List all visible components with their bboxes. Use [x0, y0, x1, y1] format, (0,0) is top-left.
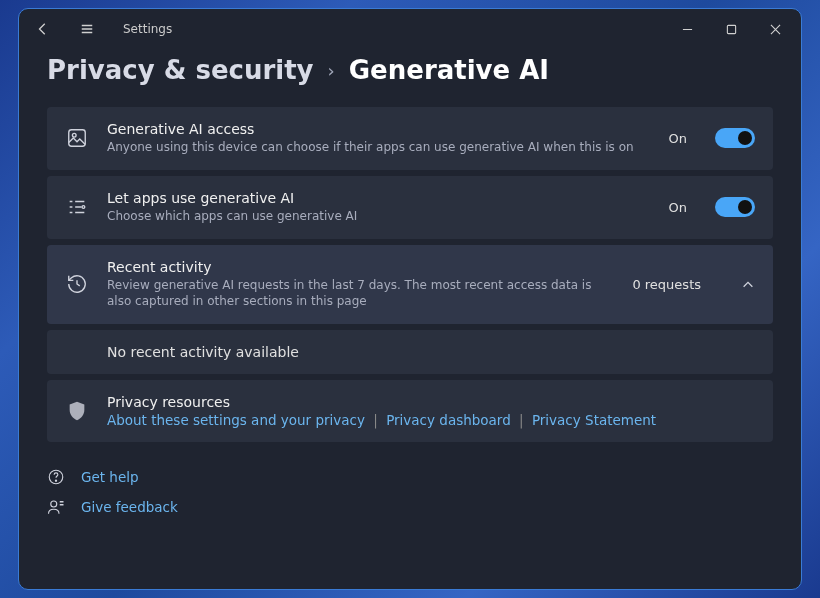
svg-point-5 [55, 480, 56, 481]
history-icon [65, 272, 89, 296]
chevron-up-icon [741, 278, 755, 292]
minimize-button[interactable] [665, 13, 709, 45]
link-privacy-dashboard[interactable]: Privacy dashboard [386, 412, 511, 428]
title-bar: Settings [19, 9, 801, 49]
apps-use-toggle[interactable] [715, 197, 755, 217]
svg-point-3 [82, 206, 85, 209]
chevron-right-icon: › [328, 60, 335, 81]
toggle-status: On [669, 200, 687, 215]
image-icon [65, 126, 89, 150]
back-button[interactable] [23, 13, 63, 45]
card-apps-use: Let apps use generative AI Choose which … [47, 176, 773, 239]
card-desc: Choose which apps can use generative AI [107, 208, 651, 225]
card-ai-access: Generative AI access Anyone using this d… [47, 107, 773, 170]
card-title: Generative AI access [107, 121, 651, 137]
close-icon [770, 24, 781, 35]
card-title: Recent activity [107, 259, 614, 275]
link-privacy-statement[interactable]: Privacy Statement [532, 412, 656, 428]
svg-rect-0 [727, 25, 735, 33]
card-desc: Anyone using this device can choose if t… [107, 139, 651, 156]
ai-access-toggle[interactable] [715, 128, 755, 148]
svg-point-2 [72, 134, 76, 138]
card-privacy-resources: Privacy resources About these settings a… [47, 380, 773, 442]
minimize-icon [682, 24, 693, 35]
breadcrumb-current: Generative AI [349, 55, 549, 85]
settings-window: Settings Privacy & security › Generative… [18, 8, 802, 590]
feedback-icon [47, 498, 65, 516]
card-title: Let apps use generative AI [107, 190, 651, 206]
card-title: Privacy resources [107, 394, 755, 410]
app-title: Settings [123, 22, 172, 36]
toggle-status: On [669, 131, 687, 146]
get-help-item[interactable]: Get help [47, 468, 773, 486]
content-area: Privacy & security › Generative AI Gener… [19, 49, 801, 589]
link-about-settings[interactable]: About these settings and your privacy [107, 412, 365, 428]
svg-rect-1 [69, 130, 86, 147]
card-desc: Review generative AI requests in the las… [107, 277, 614, 311]
maximize-button[interactable] [709, 13, 753, 45]
card-recent-activity[interactable]: Recent activity Review generative AI req… [47, 245, 773, 325]
back-arrow-icon [36, 22, 50, 36]
recent-activity-empty: No recent activity available [47, 330, 773, 374]
get-help-link[interactable]: Get help [81, 469, 139, 485]
shield-icon [65, 399, 89, 423]
menu-button[interactable] [67, 13, 107, 45]
maximize-icon [726, 24, 737, 35]
help-icon [47, 468, 65, 486]
give-feedback-item[interactable]: Give feedback [47, 498, 773, 516]
list-settings-icon [65, 195, 89, 219]
svg-point-6 [51, 501, 57, 507]
breadcrumb: Privacy & security › Generative AI [47, 55, 773, 85]
hamburger-icon [80, 22, 94, 36]
close-button[interactable] [753, 13, 797, 45]
expand-toggle[interactable] [741, 277, 755, 291]
requests-count: 0 requests [632, 277, 701, 292]
give-feedback-link[interactable]: Give feedback [81, 499, 178, 515]
footer-links: Get help Give feedback [47, 468, 773, 516]
breadcrumb-parent[interactable]: Privacy & security [47, 55, 314, 85]
